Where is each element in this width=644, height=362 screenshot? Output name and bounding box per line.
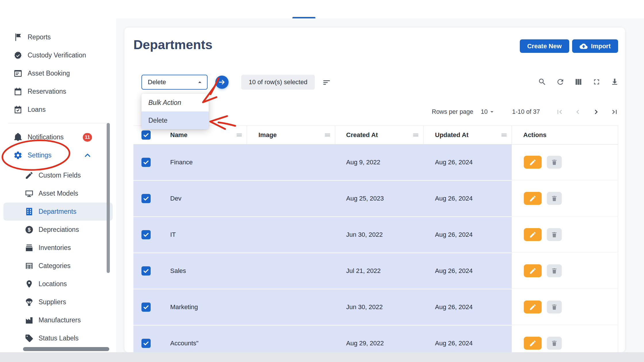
- sidebar-item-depreciations[interactable]: $ Depreciations: [3, 221, 113, 239]
- calendar-check-icon: [14, 105, 22, 114]
- verified-badge-icon: [14, 51, 22, 60]
- next-page-icon[interactable]: [592, 107, 601, 116]
- sidebar-item-suppliers[interactable]: Suppliers: [3, 293, 113, 311]
- rows-selected-chip: 10 of row(s) selected: [241, 75, 315, 90]
- edit-button[interactable]: [524, 337, 542, 350]
- sidebar-horizontal-scrollbar[interactable]: [23, 347, 109, 351]
- cell-image: [247, 289, 335, 325]
- column-drag-handle-icon[interactable]: [413, 133, 419, 137]
- delete-button[interactable]: [547, 228, 562, 241]
- sidebar-item-asset-models[interactable]: Asset Models: [3, 184, 113, 203]
- fullscreen-icon[interactable]: [592, 78, 601, 86]
- delete-button[interactable]: [547, 156, 562, 169]
- sidebar-item-custody-verification[interactable]: Custody Verification: [0, 46, 116, 64]
- flag-icon: [14, 33, 22, 42]
- sidebar-item-departments[interactable]: Departments: [3, 203, 113, 221]
- download-icon[interactable]: [610, 78, 619, 86]
- last-page-icon[interactable]: [610, 108, 619, 116]
- row-checkbox[interactable]: [141, 230, 151, 239]
- chevron-down-icon: [488, 108, 495, 115]
- create-new-button[interactable]: Create New: [520, 39, 569, 53]
- cell-name: IT: [159, 217, 247, 253]
- row-checkbox[interactable]: [141, 303, 151, 312]
- apply-bulk-action-button[interactable]: [215, 76, 229, 89]
- row-checkbox[interactable]: [141, 339, 151, 348]
- sidebar-item-categories[interactable]: Categories: [3, 257, 113, 275]
- sidebar-item-inventories[interactable]: Inventories: [3, 239, 113, 257]
- menu-item-delete[interactable]: Delete: [141, 111, 209, 129]
- column-drag-handle-icon[interactable]: [501, 133, 507, 137]
- first-page-icon[interactable]: [555, 108, 564, 116]
- edit-button[interactable]: [524, 192, 542, 205]
- import-button[interactable]: Import: [572, 39, 618, 53]
- sidebar-item-label: Notifications: [28, 133, 64, 141]
- sidebar-item-label: Asset Models: [39, 190, 78, 197]
- cell-name: Sales: [159, 253, 247, 289]
- header-actions: Create New Import: [520, 39, 618, 53]
- sidebar-vertical-scrollbar[interactable]: [107, 123, 110, 273]
- sidebar-item-label: Settings: [28, 151, 51, 159]
- sidebar-item-label: Manufacturers: [39, 316, 81, 324]
- delete-button[interactable]: [547, 264, 562, 277]
- delete-button[interactable]: [547, 301, 562, 313]
- import-label: Import: [591, 43, 611, 50]
- edit-button[interactable]: [524, 301, 542, 313]
- building-icon: [25, 207, 34, 216]
- sidebar-item-loans[interactable]: Loans: [0, 101, 116, 119]
- factory-icon: [25, 316, 34, 325]
- delete-button[interactable]: [547, 192, 562, 205]
- menu-header-label: Bulk Action: [148, 99, 181, 107]
- sidebar-divider: [8, 123, 108, 123]
- bulk-action-select[interactable]: Delete: [141, 75, 208, 90]
- sidebar-item-manufacturers[interactable]: Manufacturers: [3, 311, 113, 329]
- sidebar-item-label: Inventories: [39, 244, 71, 252]
- active-tab-indicator: [292, 17, 315, 18]
- table-row: Sales Jul 21, 2022 Aug 26, 2024: [133, 253, 618, 289]
- edit-button[interactable]: [524, 228, 542, 241]
- cell-actions: [512, 217, 618, 253]
- sidebar-item-locations[interactable]: Locations: [3, 275, 113, 293]
- sidebar-item-label: Status Labels: [39, 334, 78, 342]
- refresh-icon[interactable]: [556, 78, 565, 86]
- row-checkbox[interactable]: [141, 194, 151, 203]
- dollar-circle-icon: $: [25, 225, 34, 234]
- edit-button[interactable]: [524, 156, 542, 169]
- sidebar-item-settings[interactable]: Settings: [0, 146, 116, 164]
- svg-text:$: $: [28, 227, 30, 233]
- header-cell-updated-at[interactable]: Updated At: [423, 126, 512, 144]
- rows-per-page-select[interactable]: 10: [481, 108, 495, 115]
- sidebar-item-reservations[interactable]: Reservations: [0, 82, 116, 101]
- header-cell-image[interactable]: Image: [247, 126, 335, 144]
- previous-page-icon[interactable]: [574, 108, 582, 116]
- row-checkbox[interactable]: [141, 266, 151, 276]
- sidebar-item-label: Reports: [28, 33, 51, 41]
- cell-image: [247, 253, 335, 289]
- sidebar: Reports Custody Verification Asset Booki…: [0, 18, 116, 352]
- cell-name: Accounts": [159, 326, 247, 352]
- sidebar-item-notifications[interactable]: Notifications 11: [0, 128, 116, 146]
- sidebar-item-custom-fields[interactable]: Custom Fields: [3, 166, 113, 184]
- search-icon[interactable]: [538, 78, 547, 86]
- sidebar-item-asset-booking[interactable]: Asset Booking: [0, 64, 116, 82]
- sidebar-item-label: Loans: [28, 106, 46, 113]
- pagination-range: 1-10 of 37: [512, 108, 540, 115]
- cell-checkbox: [133, 217, 159, 253]
- sidebar-item-label: Depreciations: [39, 226, 79, 234]
- pagination-bar: Rows per page 10 1-10 of 37: [432, 104, 619, 119]
- select-all-checkbox[interactable]: [141, 130, 151, 140]
- cell-created-at: Jul 21, 2022: [335, 253, 423, 289]
- column-drag-handle-icon[interactable]: [325, 133, 331, 137]
- header-cell-created-at[interactable]: Created At: [335, 126, 423, 144]
- sidebar-item-status-labels[interactable]: Status Labels: [3, 329, 113, 347]
- delete-button[interactable]: [547, 337, 562, 350]
- menu-item-bulk-action: Bulk Action: [141, 94, 209, 111]
- cell-actions: [512, 326, 618, 352]
- sidebar-item-reports[interactable]: Reports: [0, 28, 116, 46]
- sort-icon[interactable]: [322, 78, 331, 87]
- cell-checkbox: [133, 181, 159, 216]
- cell-image: [247, 181, 335, 216]
- columns-icon[interactable]: [574, 78, 583, 86]
- column-drag-handle-icon[interactable]: [236, 133, 243, 137]
- edit-button[interactable]: [524, 264, 542, 277]
- row-checkbox[interactable]: [141, 158, 151, 167]
